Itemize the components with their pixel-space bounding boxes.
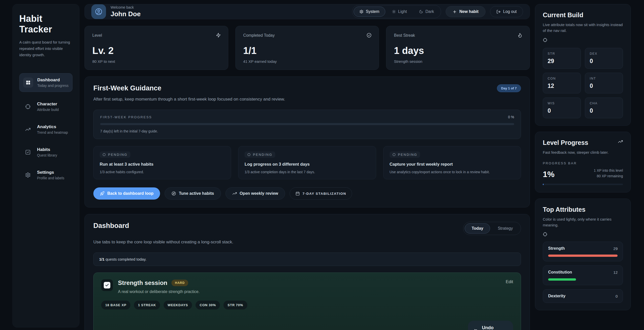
stat-sub: Strength session [394,59,522,64]
quest-checkbox[interactable] [101,279,113,291]
current-build-title: Current Build [543,11,623,19]
flame-icon [517,33,523,38]
crosshair-icon [543,232,623,237]
progress-note: 7 day(s) left in the initial 7-day guide… [100,129,514,133]
theme-option-label: Light [398,9,407,14]
tab-today[interactable]: Today [465,223,490,234]
back-to-dashboard-loop-button[interactable]: Back to dashboard loop [93,187,160,200]
level-progress-card: Level Progress Fast feedback now, steepe… [535,132,631,192]
quest-top-row: Strength session HARD A real workout or … [101,279,513,294]
quest-tag: 1 STREAK [134,301,160,309]
sidebar-item-label: Character [37,102,59,107]
attribute-row-label: Constitution [548,270,572,275]
first-week-progress-box: FIRST-WEEK PROGRESS 0 % 7 day(s) left in… [93,110,521,139]
tab-strategy[interactable]: Strategy [491,224,519,233]
task-note: Use analytics copy/export actions once t… [390,170,515,174]
new-habit-button[interactable]: New habit [446,6,485,17]
undo-icon [474,329,479,330]
stats-row: Level Lv. 2 80 XP to next Completed Toda… [84,26,530,70]
sun-icon [392,10,396,14]
quests-completed-count: 1/1 [99,257,105,261]
guidance-tasks: PENDING Run at least 3 active habits 1/3… [93,146,521,179]
attribute-row-value: 0 [616,294,618,298]
trend-chart-icon [232,191,237,196]
sidebar-item-sublabel: Trend and heatmap [37,130,68,134]
app-tagline: A calm quest board for turning repeated … [19,39,73,58]
open-weekly-review-button[interactable]: Open weekly review [225,187,285,200]
seven-day-stabilization-button[interactable]: 7-DAY STABILIZATION [290,187,352,200]
action-label: 7-DAY STABILIZATION [303,192,346,196]
grid-icon [23,77,33,88]
logout-label: Log out [503,9,517,14]
attribute-value: 0 [590,58,618,65]
guidance-description: After first setup, keep momentum through… [93,96,306,103]
logout-icon [496,10,501,14]
quest-tags: 18 BASE XP 1 STREAK WEEKDAYS CON 30% STR… [101,301,513,309]
stat-card-completed-today: Completed Today 1/1 41 XP earned today [235,26,379,70]
attribute-row-label: Strength [548,246,565,251]
main-content: Welcome back John Doe System [84,4,530,327]
task-status-label: PENDING [253,153,272,157]
attribute-bar [548,278,618,281]
edit-button[interactable]: Edit [506,279,513,284]
quest-description: A real workout or deliberate strength pr… [118,289,200,294]
task-card: PENDING Capture your first weekly report… [383,146,521,179]
progress-label: FIRST-WEEK PROGRESS [100,115,152,119]
attribute-label: CHA [590,102,618,105]
welcome-text: Welcome back [111,5,141,9]
circle-icon [247,153,251,156]
stat-label: Completed Today [243,33,371,38]
quest-title: Strength session [118,279,167,286]
header-controls: System Light Dark [352,5,523,18]
sidebar-item-settings[interactable]: Settings Profile and labels [19,167,73,183]
attribute-value: 0 [590,83,618,89]
crosshair-icon [23,102,33,112]
sidebar-item-label: Dashboard [37,77,68,83]
difficulty-badge: HARD [171,280,188,286]
day-badge: Day 1 of 7 [497,84,521,92]
attribute-row-constitution: Constitution 12 [543,265,623,285]
sidebar-item-dashboard[interactable]: Dashboard Today and progress [19,73,73,92]
tune-active-habits-button[interactable]: Tune active habits [165,187,221,200]
attribute-box-str: STR 29 [543,48,581,69]
attribute-label: WIS [548,102,576,105]
new-habit-label: New habit [459,9,479,14]
sidebar-item-sublabel: Attribute build [37,108,59,112]
stat-value: Lv. 2 [92,45,220,56]
dashboard-tabs: Today Strategy [463,222,521,235]
sidebar-item-analytics[interactable]: Analytics Trend and heatmap [19,121,73,138]
habit-tracker-app: Habit Tracker A calm quest board for tur… [0,0,644,330]
theme-option-dark[interactable]: Dark [413,7,440,16]
compass-icon [171,191,176,196]
quests-status-box: 1/1 quests completed today. [93,253,521,266]
sidebar-item-label: Analytics [37,124,68,129]
current-build-card: Current Build Live attribute totals now … [535,4,631,126]
task-status-label: PENDING [108,153,128,157]
checkbox-icon [23,147,33,157]
circle-icon [102,153,106,156]
attribute-row-label: Dexterity [548,294,565,298]
guidance-actions: Back to dashboard loop Tune active habit… [93,187,521,200]
undo-complete-button[interactable]: Undo Complete [468,321,513,330]
logout-button[interactable]: Log out [490,6,523,17]
progress-bar-label: PROGRESS BAR [543,161,623,165]
sidebar-item-habits[interactable]: Habits Quest library [19,144,73,160]
guidance-header: First-Week Guidance Day 1 of 7 [93,84,521,92]
circle-icon [392,153,396,156]
attribute-label: INT [590,77,618,80]
theme-option-light[interactable]: Light [386,7,413,16]
theme-option-system[interactable]: System [354,7,385,17]
task-status-badge: PENDING [100,151,130,158]
attribute-label: CON [548,77,576,80]
gear-icon [359,10,363,14]
stat-value: 1 days [394,45,522,56]
app-title: Habit Tracker [19,13,73,35]
level-progressbar [543,184,623,185]
stat-sub: 41 XP earned today [243,59,371,64]
calendar-icon [295,191,300,196]
user-block: Welcome back John Doe [91,4,141,19]
attribute-row-dexterity: Dexterity 0 [543,289,623,303]
sidebar-item-character[interactable]: Character Attribute build [19,99,73,115]
top-header: Welcome back John Doe System [84,4,530,19]
theme-option-label: Dark [425,9,434,14]
